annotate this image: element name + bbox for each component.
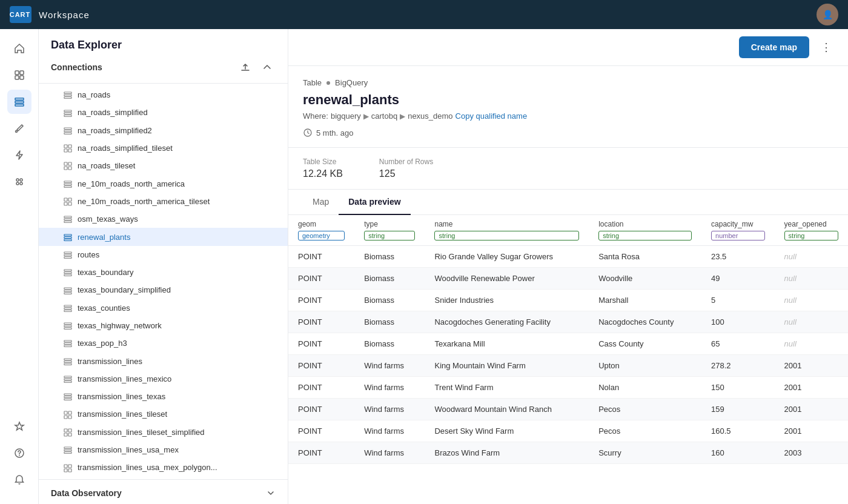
sidebar-item-texas_pop_h3[interactable]: texas_pop_h3	[39, 334, 288, 352]
svg-rect-60	[64, 345, 71, 347]
rail-tools-icon[interactable]	[7, 116, 31, 141]
rail-lightning-icon[interactable]	[7, 143, 31, 167]
cell-location: Marshall	[589, 290, 701, 311]
table-icon	[63, 90, 73, 100]
sidebar-item-na_roads_simplified[interactable]: na_roads_simplified	[39, 104, 288, 121]
col-header-year_opened: year_opened string	[775, 215, 848, 246]
create-map-button[interactable]: Create map	[739, 36, 809, 58]
rail-apps-icon[interactable]	[7, 170, 31, 194]
col-header-name: name string	[425, 215, 589, 246]
cell-year_opened: 2001	[775, 399, 848, 420]
sidebar-item-transmission_lines[interactable]: transmission_lines	[39, 352, 288, 370]
rail-star-icon[interactable]	[7, 414, 31, 439]
sidebar-item-renewal_plants[interactable]: renewal_plants	[39, 228, 288, 245]
svg-rect-2	[15, 76, 19, 79]
main-header: Create map ⋮	[288, 29, 848, 66]
cell-type: Biomass	[354, 311, 425, 333]
sidebar-item-na_roads_simplified_tileset[interactable]: na_roads_simplified_tileset	[39, 139, 288, 157]
svg-rect-0	[15, 71, 19, 75]
null-value: null	[784, 317, 797, 327]
null-value: null	[784, 252, 797, 261]
cell-name: Nacogdoches Generating Facility	[425, 311, 589, 333]
table-icon	[63, 250, 73, 260]
table-row: POINTWind farmsKing Mountain Wind FarmUp…	[288, 355, 848, 377]
sidebar: Data Explorer Connections	[39, 29, 288, 504]
tileset-icon	[63, 462, 73, 472]
list-item-label: texas_highway_network	[78, 321, 276, 330]
cell-name: Trent Wind Farm	[425, 377, 589, 399]
svg-rect-53	[64, 308, 71, 310]
rail-bottom	[7, 414, 31, 497]
num-rows-stat: Number of Rows 125	[379, 158, 433, 179]
sidebar-item-ne_10m_roads_north_america[interactable]: ne_10m_roads_north_america	[39, 174, 288, 192]
svg-rect-23	[68, 145, 71, 148]
col-name-capacity_mw: capacity_mw	[711, 220, 765, 228]
sidebar-item-transmission_lines_texas[interactable]: transmission_lines_texas	[39, 388, 288, 405]
collapse-button[interactable]	[259, 59, 276, 76]
list-item-label: transmission_lines_mexico	[78, 374, 276, 383]
table-icon	[63, 214, 73, 224]
svg-rect-64	[64, 376, 71, 378]
list-item-label: texas_boundary_simplified	[78, 285, 276, 294]
user-avatar[interactable]: 👤	[817, 4, 838, 25]
rail-data-icon[interactable]	[7, 90, 31, 114]
sidebar-item-texas_highway_network[interactable]: texas_highway_network	[39, 317, 288, 334]
tab-data-preview[interactable]: Data preview	[339, 190, 410, 215]
svg-rect-74	[64, 429, 67, 432]
sidebar-item-na_roads_simplified2[interactable]: na_roads_simplified2	[39, 122, 288, 139]
sidebar-item-na_roads[interactable]: na_roads	[39, 86, 288, 104]
svg-rect-71	[68, 411, 71, 414]
sidebar-item-ne_10m_roads_north_america_tileset[interactable]: ne_10m_roads_north_america_tileset	[39, 193, 288, 210]
svg-rect-39	[64, 221, 71, 223]
table-icon	[63, 178, 73, 188]
upload-button[interactable]	[237, 59, 254, 76]
data-observatory-header[interactable]: Data Observatory	[39, 482, 288, 504]
rail-help-icon[interactable]	[7, 441, 31, 465]
logo[interactable]: CART Workspace	[10, 6, 90, 23]
type-badge-year_opened: string	[784, 231, 838, 240]
col-name-geom: geom	[298, 220, 345, 228]
rail-notification-icon[interactable]	[7, 468, 31, 492]
svg-rect-75	[68, 429, 71, 432]
svg-rect-51	[64, 293, 71, 294]
rail-home-icon[interactable]	[7, 36, 31, 61]
sidebar-item-transmission_lines_usa_mex_polygon...[interactable]: transmission_lines_usa_mex_polygon...	[39, 459, 288, 476]
table-icon	[63, 338, 73, 348]
svg-rect-15	[64, 97, 71, 99]
path-nexus-demo: nexus_demo	[408, 111, 452, 121]
table-icon	[63, 125, 73, 136]
svg-point-7	[15, 131, 17, 133]
svg-rect-24	[64, 149, 67, 152]
col-name-location: location	[598, 220, 692, 228]
cell-capacity_mw: 23.5	[701, 246, 775, 268]
sidebar-item-na_roads_tileset[interactable]: na_roads_tileset	[39, 157, 288, 174]
data-observatory-label: Data Observatory	[51, 488, 122, 498]
sidebar-item-osm_texas_ways[interactable]: osm_texas_ways	[39, 210, 288, 228]
svg-rect-32	[64, 186, 71, 188]
svg-rect-80	[64, 452, 71, 454]
cell-geom: POINT	[288, 442, 354, 464]
cell-location: Santa Rosa	[589, 246, 701, 268]
copy-qualified-name-link[interactable]: Copy qualified name	[455, 111, 528, 121]
table-row: POINTWind farmsBrazos Wind FarmScurry160…	[288, 442, 848, 464]
col-header-geom: geom geometry	[288, 215, 354, 246]
list-item-label: na_roads_tileset	[78, 161, 276, 170]
sidebar-item-transmission_lines_mexico[interactable]: transmission_lines_mexico	[39, 370, 288, 388]
rail-maps-icon[interactable]	[7, 63, 31, 87]
more-options-button[interactable]: ⋮	[817, 38, 836, 57]
svg-rect-21	[64, 133, 71, 134]
svg-rect-62	[64, 361, 71, 363]
sidebar-item-transmission_lines_tileset[interactable]: transmission_lines_tileset	[39, 405, 288, 423]
data-table-container[interactable]: geom geometry type string name string lo…	[288, 215, 848, 504]
cell-location: Pecos	[589, 420, 701, 442]
cell-name: King Mountain Wind Farm	[425, 355, 589, 377]
sidebar-item-transmission_lines_usa_mex[interactable]: transmission_lines_usa_mex	[39, 441, 288, 459]
sidebar-item-texas_boundary_simplified[interactable]: texas_boundary_simplified	[39, 281, 288, 299]
svg-rect-54	[64, 310, 71, 312]
sidebar-item-texas_counties[interactable]: texas_counties	[39, 299, 288, 317]
sidebar-item-texas_boundary[interactable]: texas_boundary	[39, 264, 288, 281]
sidebar-item-routes[interactable]: routes	[39, 246, 288, 264]
breadcrumb-source: BigQuery	[335, 78, 368, 87]
tab-map[interactable]: Map	[303, 190, 339, 215]
sidebar-item-transmission_lines_tileset_simplified[interactable]: transmission_lines_tileset_simplified	[39, 423, 288, 441]
